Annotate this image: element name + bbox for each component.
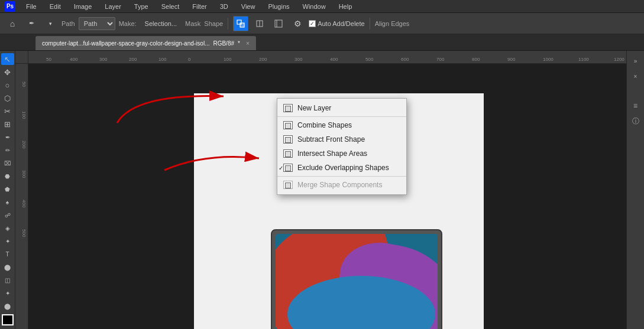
tool-eraser[interactable]: ⬟ <box>1 183 14 195</box>
make-label: Make: <box>119 20 137 27</box>
canvas-content: New Layer Combine Shapes Subtract Front … <box>28 64 626 329</box>
menu-item-new-layer[interactable]: New Layer <box>277 101 406 115</box>
shape-label: Shape <box>204 20 223 27</box>
tool-move[interactable]: ↖ <box>1 53 14 65</box>
menu-view[interactable]: View <box>239 2 258 11</box>
merge-shape-components-label: Merge Shape Components <box>297 181 382 189</box>
menu-plugins[interactable]: Plugins <box>266 2 292 11</box>
ruler-horizontal: 50 400 300 200 100 0 100 200 300 400 500… <box>28 51 626 64</box>
menu-item-exclude-overlapping[interactable]: ✓ Exclude Overlapping Shapes <box>277 161 406 175</box>
tool-shape[interactable]: ◫ <box>1 274 14 286</box>
merge-shape-components-icon <box>283 181 293 189</box>
tool-zoom[interactable]: ⬤ <box>1 300 14 312</box>
tab-color-mode: RGB/8# <box>213 40 234 47</box>
menu-divider-2 <box>277 176 406 177</box>
svg-rect-1 <box>240 23 244 27</box>
home-icon-btn[interactable]: ⌂ <box>5 16 20 31</box>
path-operations-btn[interactable] <box>233 16 248 31</box>
tool-crop[interactable]: ✂ <box>1 105 14 117</box>
separator2 <box>370 18 370 30</box>
subtract-front-shape-label: Subtract Front Shape <box>297 135 365 144</box>
menu-item-merge-shape-components[interactable]: Merge Shape Components <box>277 178 406 192</box>
right-panel: » × ≡ ⓘ <box>626 51 644 329</box>
menu-filter[interactable]: Filter <box>190 2 209 11</box>
laptop-screen-outer <box>271 229 442 329</box>
intersect-shape-areas-label: Intersect Shape Areas <box>297 149 367 158</box>
menu-item-intersect-shape-areas[interactable]: Intersect Shape Areas <box>277 146 406 161</box>
new-layer-icon <box>283 104 293 112</box>
intersect-shape-areas-icon <box>283 149 293 158</box>
path-align-btn[interactable] <box>252 16 267 31</box>
path-operations-dropdown: New Layer Combine Shapes Subtract Front … <box>277 98 407 195</box>
tab-filename: computer-lapt...ful-wallpaper-space-gray… <box>42 40 209 47</box>
path-arrange-btn[interactable] <box>271 16 286 31</box>
tool-pen[interactable]: ✦ <box>1 235 14 247</box>
tab-close-icon[interactable]: × <box>246 40 250 47</box>
laptop-illustration <box>271 229 442 329</box>
tool-brush[interactable]: ✏ <box>1 144 14 156</box>
main-layout: ↖ ✥ ○ ⬡ ✂ ⊞ ✒ ✏ ⌧ ⬣ ⬟ ♠ ☍ ◈ ✦ T ⬤ ◫ ✦ ⬤ … <box>0 51 644 329</box>
menu-image[interactable]: Image <box>72 2 95 11</box>
tool-clone[interactable]: ⌧ <box>1 157 14 169</box>
exclude-overlapping-label: Exclude Overlapping Shapes <box>297 164 389 172</box>
toolbar: ⌂ ✒ ▾ Path Path Shape Pixels Make: Selec… <box>0 13 644 34</box>
mask-label: Mask <box>185 20 200 27</box>
auto-add-checkbox[interactable]: ✓ <box>309 20 316 27</box>
panel-settings-icon[interactable]: ≡ <box>629 99 642 112</box>
tool-heal[interactable]: ✒ <box>1 131 14 143</box>
menu-help[interactable]: Help <box>336 2 355 11</box>
menu-bar: Ps File Edit Image Layer Type Select Fil… <box>0 0 644 13</box>
align-edges-label: Align Edges <box>375 20 410 27</box>
menu-layer[interactable]: Layer <box>102 2 124 11</box>
pen-dropdown-btn[interactable]: ▾ <box>43 16 58 31</box>
subtract-front-shape-icon <box>283 135 293 144</box>
menu-edit[interactable]: Edit <box>47 2 63 11</box>
panel-info-icon[interactable]: ⓘ <box>629 115 642 128</box>
left-tools-panel: ↖ ✥ ○ ⬡ ✂ ⊞ ✒ ✏ ⌧ ⬣ ⬟ ♠ ☍ ◈ ✦ T ⬤ ◫ ✦ ⬤ <box>0 51 15 329</box>
auto-add-container: ✓ Auto Add/Delete <box>309 20 365 27</box>
tool-magic-wand[interactable]: ⬡ <box>1 92 14 104</box>
separator1 <box>228 18 228 30</box>
tool-history[interactable]: ⬣ <box>1 170 14 182</box>
new-layer-label: New Layer <box>297 104 331 112</box>
combine-shapes-label: Combine Shapes <box>297 121 352 129</box>
panel-close-btn[interactable]: × <box>629 70 642 83</box>
ruler-vertical: 50 100 200 300 400 500 <box>15 64 28 329</box>
menu-3d[interactable]: 3D <box>218 2 231 11</box>
tool-gradient[interactable]: ♠ <box>1 196 14 208</box>
combine-shapes-icon <box>283 121 293 129</box>
menu-item-subtract-front-shape[interactable]: Subtract Front Shape <box>277 132 406 146</box>
foreground-color[interactable] <box>2 314 14 325</box>
ps-logo: Ps <box>5 1 15 12</box>
tool-blur[interactable]: ☍ <box>1 209 14 221</box>
path-label: Path <box>62 20 75 27</box>
tool-select[interactable]: ✥ <box>1 66 14 78</box>
menu-type[interactable]: Type <box>132 2 151 11</box>
settings-btn[interactable]: ⚙ <box>290 16 305 31</box>
ruler-corner <box>15 51 28 64</box>
menu-window[interactable]: Window <box>300 2 328 11</box>
tab-modified-indicator: * <box>238 40 240 47</box>
menu-select[interactable]: Select <box>159 2 182 11</box>
active-tab[interactable]: computer-lapt...ful-wallpaper-space-gray… <box>35 36 256 50</box>
menu-divider-1 <box>277 116 406 117</box>
auto-add-label: Auto Add/Delete <box>318 20 365 27</box>
panel-collapse-btn[interactable]: » <box>629 54 642 67</box>
canvas-area[interactable]: 50 400 300 200 100 0 100 200 300 400 500… <box>15 51 626 329</box>
menu-file[interactable]: File <box>24 2 39 11</box>
tool-path-select[interactable]: ⬤ <box>1 261 14 273</box>
checkmark-icon: ✓ <box>279 165 283 171</box>
tab-bar: computer-lapt...ful-wallpaper-space-gray… <box>0 34 644 51</box>
tool-hand[interactable]: ✦ <box>1 287 14 299</box>
path-select[interactable]: Path Shape Pixels <box>79 17 115 30</box>
svg-rect-4 <box>275 20 282 27</box>
selection-btn[interactable]: Selection... <box>140 16 182 31</box>
tool-text[interactable]: T <box>1 248 14 260</box>
menu-item-combine-shapes[interactable]: Combine Shapes <box>277 118 406 132</box>
pen-tool-icon-btn[interactable]: ✒ <box>24 16 39 31</box>
tool-lasso[interactable]: ○ <box>1 79 14 91</box>
tool-eyedropper[interactable]: ⊞ <box>1 118 14 130</box>
exclude-overlapping-icon <box>283 164 293 172</box>
tool-dodge[interactable]: ◈ <box>1 222 14 234</box>
laptop-screen-inner <box>276 234 438 329</box>
